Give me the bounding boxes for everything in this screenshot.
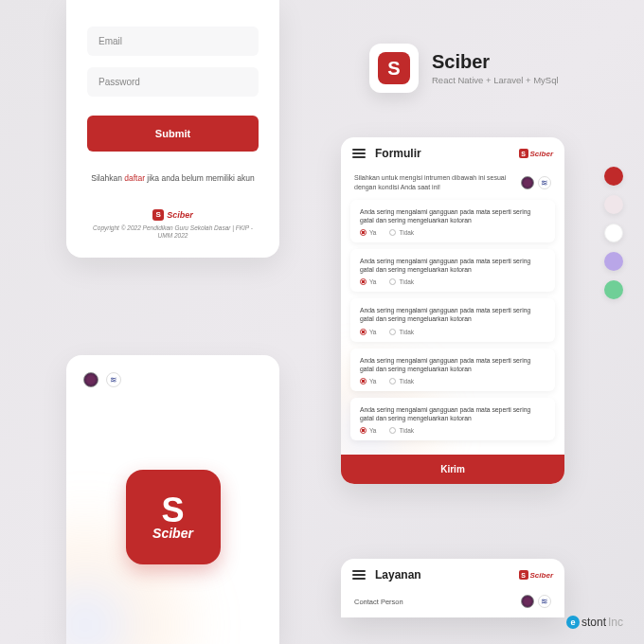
option-yes[interactable]: Ya xyxy=(360,229,376,236)
form-screen: Formulir S Sciber Silahkan untuk mengisi… xyxy=(341,137,564,484)
radio-icon xyxy=(389,329,396,335)
brand-text: Sciber xyxy=(167,210,193,220)
color-palette xyxy=(604,167,623,299)
hint-text-2: jika anda belum memiliki akun xyxy=(145,173,255,183)
app-name: Sciber xyxy=(432,51,559,73)
brand: S Sciber xyxy=(87,209,259,221)
login-screen: Submit Silahkan daftar jika anda belum m… xyxy=(66,0,279,258)
contact-row: Contact Person ≋ xyxy=(341,589,564,617)
partner-icons: ≋ xyxy=(66,372,279,387)
palette-swatch xyxy=(604,195,623,214)
question-list: Anda sering mengalami gangguan pada mata… xyxy=(341,200,564,456)
app-title-block: S Sciber React Native + Laravel + MySql xyxy=(369,44,559,93)
logo-glyph-icon: S xyxy=(161,493,184,528)
option-no[interactable]: Tidak xyxy=(389,427,414,434)
submit-button[interactable]: Submit xyxy=(87,116,259,152)
signup-link[interactable]: daftar xyxy=(124,173,145,183)
radio-icon xyxy=(360,229,367,236)
radio-icon xyxy=(389,378,396,385)
brand-logo-icon: S xyxy=(152,209,164,221)
question-item: Anda sering mengalami gangguan pada mata… xyxy=(350,398,555,440)
question-text: Anda sering mengalami gangguan pada mata… xyxy=(360,405,546,422)
watermark-text-a: stont xyxy=(581,616,606,629)
splash-screen: ≋ S Sciber xyxy=(66,355,279,644)
question-item: Anda sering mengalami gangguan pada mata… xyxy=(350,249,555,292)
radio-icon xyxy=(360,278,367,285)
brand-logo-icon: S xyxy=(519,149,528,158)
signup-hint: Silahkan daftar jika anda belum memiliki… xyxy=(87,172,259,185)
form-intro: Silahkan untuk mengisi intrumen dibawah … xyxy=(341,168,564,200)
radio-icon xyxy=(360,329,367,335)
partner-badge-icon xyxy=(521,595,534,608)
partner-wave-icon: ≋ xyxy=(538,176,551,189)
option-yes[interactable]: Ya xyxy=(360,378,376,385)
layanan-screen: Layanan S Sciber Contact Person ≋ xyxy=(341,559,564,617)
app-logo-tile: S xyxy=(369,44,419,93)
partner-badge-icon xyxy=(83,372,98,387)
contact-label: Contact Person xyxy=(354,598,521,606)
option-no[interactable]: Tidak xyxy=(389,329,414,335)
logo-text: Sciber xyxy=(152,526,193,541)
question-text: Anda sering mengalami gangguan pada mata… xyxy=(360,207,546,224)
watermark-icon: e xyxy=(566,616,580,629)
brand-logo-icon: S xyxy=(519,570,528,580)
kirim-button[interactable]: Kirim xyxy=(341,455,564,484)
layanan-header: Layanan S Sciber xyxy=(341,559,564,589)
app-subtitle: React Native + Laravel + MySql xyxy=(432,75,559,85)
partner-wave-icon: ≋ xyxy=(106,372,121,387)
partner-icons: ≋ xyxy=(521,176,551,189)
menu-icon[interactable] xyxy=(352,149,366,158)
layanan-title: Layanan xyxy=(375,568,519,581)
copyright-text: Copyright © 2022 Pendidikan Guru Sekolah… xyxy=(87,224,259,241)
question-text: Anda sering mengalami gangguan pada mata… xyxy=(360,356,546,373)
radio-icon xyxy=(389,278,396,285)
partner-icons: ≋ xyxy=(521,595,551,608)
option-yes[interactable]: Ya xyxy=(360,329,376,335)
radio-icon xyxy=(389,229,396,236)
hint-text: Silahkan xyxy=(91,173,124,183)
question-item: Anda sering mengalami gangguan pada mata… xyxy=(350,298,555,341)
partner-badge-icon xyxy=(521,176,534,189)
palette-swatch xyxy=(604,252,623,271)
question-text: Anda sering mengalami gangguan pada mata… xyxy=(360,257,546,274)
option-no[interactable]: Tidak xyxy=(389,229,414,236)
option-yes[interactable]: Ya xyxy=(360,427,376,434)
palette-swatch xyxy=(604,280,623,299)
intro-text: Silahkan untuk mengisi intrumen dibawah … xyxy=(354,173,513,192)
partner-wave-icon: ≋ xyxy=(538,595,551,608)
question-text: Anda sering mengalami gangguan pada mata… xyxy=(360,306,546,323)
header-brand: S Sciber xyxy=(519,149,553,158)
watermark: e stontInc xyxy=(566,616,623,629)
password-field[interactable] xyxy=(87,67,259,97)
email-field[interactable] xyxy=(87,27,259,56)
palette-swatch xyxy=(604,167,623,186)
brand-text: Sciber xyxy=(530,150,553,158)
brand-text: Sciber xyxy=(530,571,553,580)
radio-icon xyxy=(389,427,396,434)
question-item: Anda sering mengalami gangguan pada mata… xyxy=(350,349,555,391)
option-no[interactable]: Tidak xyxy=(389,278,414,285)
radio-icon xyxy=(360,378,367,385)
app-logo-icon: S xyxy=(378,52,410,84)
radio-icon xyxy=(360,427,367,434)
app-logo: S Sciber xyxy=(126,470,221,564)
question-item: Anda sering mengalami gangguan pada mata… xyxy=(350,200,555,242)
watermark-text-b: Inc xyxy=(608,616,623,629)
option-no[interactable]: Tidak xyxy=(389,378,414,385)
header-brand: S Sciber xyxy=(519,570,553,580)
form-header: Formulir S Sciber xyxy=(341,137,564,168)
palette-swatch xyxy=(604,224,623,242)
menu-icon[interactable] xyxy=(352,570,366,580)
form-title: Formulir xyxy=(375,147,519,160)
option-yes[interactable]: Ya xyxy=(360,278,376,285)
